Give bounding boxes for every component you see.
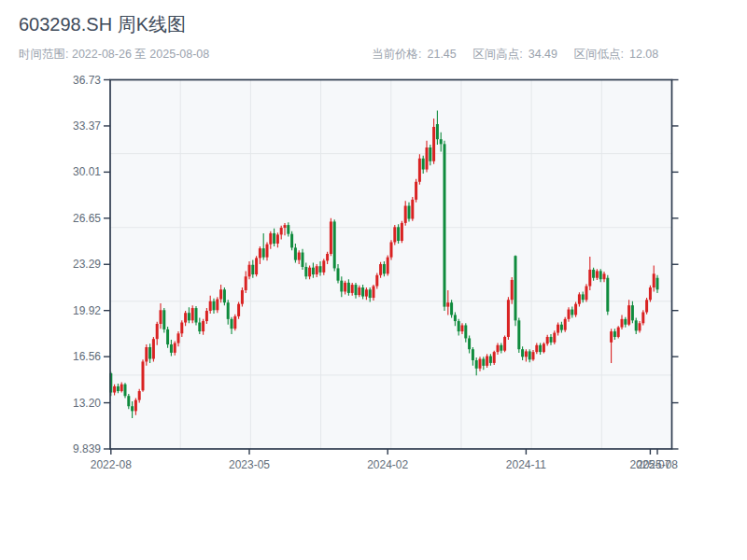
candle-body [624,319,627,325]
candle [124,383,127,398]
candle-body [375,275,378,287]
candle-body [592,270,595,278]
candle-body [156,324,159,339]
candle-body [209,301,212,311]
candle-body [340,281,343,292]
candle-body [233,316,236,329]
candle [585,284,588,301]
candle-body [202,321,204,331]
x-tick-label: 2025-08 [637,458,678,471]
candle [617,326,620,338]
candle-body [486,357,488,366]
candle-body [290,234,293,248]
candle [390,240,393,259]
candle-body [649,287,652,300]
candle-body [259,248,261,258]
range-high-value: 34.49 [529,48,557,61]
candle-body [195,308,198,322]
candle-body [613,331,616,337]
candle-body [355,285,358,295]
candle-body [241,290,244,304]
candle [387,255,389,275]
y-tick-label: 36.73 [73,74,101,87]
candle [415,179,417,203]
candle [241,287,244,307]
candle [233,315,236,331]
candle-body [436,124,439,139]
candle-body [429,147,431,161]
candle-body [191,308,194,320]
candle-body [148,347,151,359]
candle-body [411,200,414,219]
candle-body [557,325,559,333]
candle-body [571,310,573,315]
candle-body [653,273,655,287]
candle-body [142,361,145,390]
range-high-label: 区间高点: [472,48,522,61]
candle [507,297,510,340]
candle-body [517,320,520,349]
candle-body [237,304,240,316]
candle-body [162,310,165,329]
candle-body [432,127,435,161]
date-range-label: 时间范围: 2022-08-26 至 2025-08-08 [19,47,209,63]
candle-body [543,343,545,352]
candle-body [322,260,325,273]
candle-body [333,221,336,268]
candle-body [503,337,506,351]
candle-body [127,396,130,406]
candle-body [227,302,230,319]
candle-body [585,287,588,301]
candle [401,221,403,244]
candle-body [446,302,449,306]
y-tick-label: 33.37 [73,119,101,133]
candle [493,351,496,365]
candle-body [344,283,346,292]
candle-body [574,304,577,315]
candle-body [131,406,134,411]
candle [503,336,506,353]
candle-body [454,315,457,321]
candle-body [280,228,283,234]
candle-body [198,323,201,332]
candle [514,255,517,326]
kline-chart: 36.7333.3730.0126.6523.2919.9216.5613.20… [0,0,747,560]
candle-body [500,345,502,351]
candle-body [330,221,332,254]
candle-body [287,225,289,234]
candle-body [525,351,528,357]
candle-body [117,386,120,391]
candle-body [294,247,297,259]
candle-body [245,276,247,290]
candle [142,359,145,392]
candle-body [302,253,304,267]
candle-body [514,256,517,320]
candle-body [134,400,137,412]
candle-body [596,271,599,277]
candle-body [606,278,609,312]
candle-body [444,144,446,306]
y-tick-label: 19.92 [73,304,101,317]
candle [641,310,644,325]
candle [333,219,336,271]
candle-body [401,223,403,241]
candle-body [450,302,453,315]
page-title: 603298.SH 周K线图 [19,12,186,37]
candle-body [468,338,471,349]
candle-body [383,264,386,273]
y-tick-label: 13.20 [73,397,101,410]
current-price-value: 21.45 [427,48,456,61]
candle-body [180,323,183,334]
candle-body [529,351,531,359]
range-low-label: 区间低点: [574,48,624,61]
candle-body [397,227,400,241]
candle-body [152,339,155,358]
candle-body [599,271,602,279]
y-tick-label: 23.29 [73,258,101,271]
candle-body [560,325,563,330]
candle [330,218,332,256]
candle-body [440,139,443,144]
candle-body [269,233,272,245]
candle-body [174,343,176,353]
candle-body [588,270,591,287]
